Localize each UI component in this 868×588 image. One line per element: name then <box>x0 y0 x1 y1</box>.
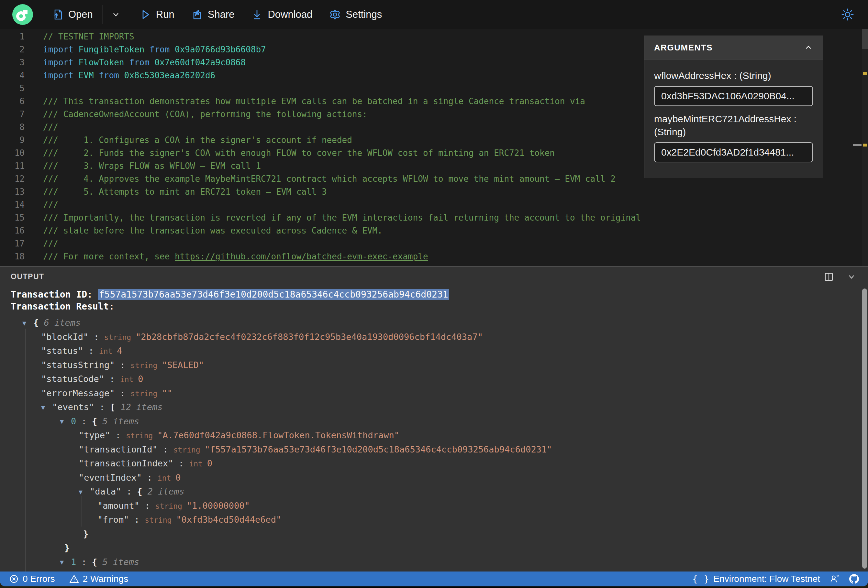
app-window: Open Run <box>0 0 868 587</box>
tree-segment-key: "transactionIndex" <box>79 458 173 468</box>
output-scrollbar-thumb[interactable] <box>862 289 867 569</box>
download-button[interactable]: Download <box>251 9 312 21</box>
warnings-count: 2 Warnings <box>83 574 128 584</box>
editor-scrollbar-thumb[interactable] <box>862 29 868 49</box>
tree-segment-key: "eventIndex" <box>79 473 142 483</box>
expand-arrow-icon[interactable]: ▼ <box>60 415 71 429</box>
tree-segment-br: { <box>137 486 142 497</box>
open-button[interactable]: Open <box>52 9 93 21</box>
tree-segment-ty: string <box>126 432 157 440</box>
warnings-status[interactable]: 2 Warnings <box>69 574 128 584</box>
open-dropdown-chevron-icon[interactable] <box>111 10 121 19</box>
code-text: /// CadenceOwnedAccount (COA), performin… <box>25 108 367 121</box>
code-editor[interactable]: 1// TESTNET IMPORTS2import FungibleToken… <box>0 29 868 266</box>
tree-segment-pu: : <box>158 444 173 454</box>
expand-arrow-icon[interactable]: ▼ <box>60 556 71 570</box>
tree-segment-pu: : <box>173 458 189 468</box>
line-number: 14 <box>0 198 25 211</box>
code-text: /// 5. Attempts to mint an ERC721 token … <box>25 185 327 198</box>
code-text <box>25 82 43 95</box>
line-number: 2 <box>0 43 25 56</box>
output-panel: OUTPUT Transaction ID: f557a1573b76aa53e… <box>0 266 868 572</box>
share-button[interactable]: Share <box>191 9 235 21</box>
code-link[interactable]: https://github.com/onflow/batched-evm-ex… <box>175 252 428 261</box>
tree-segment-ty: string <box>130 389 162 398</box>
argument-field: maybeMintERC721AddressHex : (String) <box>654 112 813 162</box>
download-label: Download <box>268 9 312 21</box>
code-line: 16/// state before the transaction was e… <box>0 224 868 237</box>
flow-logo <box>12 4 33 25</box>
code-text: /// For more context, see https://github… <box>25 250 428 263</box>
environment-status[interactable]: { } Environment: Flow Testnet <box>692 574 820 584</box>
tree-line: } <box>11 527 868 541</box>
arguments-panel-body: wflowAddressHex : (String) maybeMintERC7… <box>644 59 823 162</box>
environment-label: Environment: Flow Testnet <box>714 574 820 584</box>
tree-segment-key: "blockId" <box>41 332 89 342</box>
theme-toggle-sun-icon[interactable] <box>841 8 855 21</box>
line-number: 12 <box>0 172 25 185</box>
account-icon[interactable] <box>830 574 840 584</box>
tree-segment-va: "f557a1573b76aa53e73d46f3e10d200d5c18a65… <box>205 444 552 454</box>
wflow-address-input[interactable] <box>654 86 813 106</box>
open-label: Open <box>68 9 93 21</box>
output-collapse-chevron-icon[interactable] <box>847 272 856 282</box>
warning-marker <box>863 72 867 75</box>
tree-segment-ty: int <box>189 460 207 468</box>
transaction-result-label: Transaction Result: <box>11 301 114 312</box>
line-number: 13 <box>0 185 25 198</box>
tree-segment-pu: : <box>142 473 158 483</box>
tree-line: "errorMessage" : string "" <box>11 386 868 401</box>
open-button-group: Open <box>52 5 121 24</box>
line-number: 1 <box>0 30 25 43</box>
tree-segment-pu: : <box>110 430 126 440</box>
status-bar: 0 Errors 2 Warnings { } Environment: Flo… <box>0 572 868 587</box>
share-icon <box>191 9 203 21</box>
tree-segment-key: "statusCode" <box>41 374 104 384</box>
transaction-id-line: Transaction ID: f557a1573b76aa53e73d46f3… <box>11 289 868 301</box>
tree-line: "transactionId" : string "f557a1573b76aa… <box>11 442 868 457</box>
tree-line: "amount" : string "1.00000000" <box>11 499 868 513</box>
transaction-id-label: Transaction ID: <box>11 289 98 300</box>
tree-segment-pu: : <box>139 501 155 511</box>
code-line: 18/// For more context, see https://gith… <box>0 250 868 263</box>
code-text: import FlowToken from 0x7e60df042a9c0868 <box>25 56 246 69</box>
tree-segment-pu: : <box>115 388 131 398</box>
code-text: /// <box>25 198 58 211</box>
tree-segment-ty: string <box>104 333 136 342</box>
tree-line: "type" : string "A.7e60df042a9c0868.Flow… <box>11 569 868 572</box>
tree-segment-ix: 0 <box>71 416 76 426</box>
errors-status[interactable]: 0 Errors <box>9 574 55 584</box>
tree-line: ▼0 : { 5 items <box>11 414 868 429</box>
code-line: 13/// 5. Attempts to mint an ERC721 toke… <box>0 185 868 198</box>
error-icon <box>9 574 19 584</box>
arguments-panel-header[interactable]: ARGUMENTS <box>644 36 823 59</box>
github-icon[interactable] <box>849 574 859 584</box>
code-text: /// This transaction demonstrates how mu… <box>25 95 585 108</box>
tree-segment-key: "type" <box>79 571 110 572</box>
toolbar-divider <box>103 5 103 24</box>
collapse-chevron-up-icon[interactable] <box>804 43 813 52</box>
indent-guide <box>44 413 44 572</box>
run-button[interactable]: Run <box>139 9 174 21</box>
tree-segment-br: { <box>92 557 97 567</box>
maybemint-address-input[interactable] <box>654 142 813 162</box>
tree-segment-key: "from" <box>97 514 129 525</box>
expand-arrow-icon[interactable]: ▼ <box>41 401 52 415</box>
expand-arrow-icon[interactable]: ▼ <box>22 316 33 330</box>
tree-segment-pu: : <box>89 332 104 342</box>
tree-segment-pu: : <box>76 416 92 426</box>
split-editor-icon[interactable] <box>824 272 834 282</box>
tree-segment-key: "errorMessage" <box>41 388 115 398</box>
tree-line: "from" : string "0xfd3b4cd50d44e6ed" <box>11 513 868 527</box>
tree-segment-va: "" <box>162 388 173 398</box>
overview-cursor-marker <box>853 144 862 146</box>
tree-segment-va: 0 <box>207 458 212 468</box>
expand-arrow-icon[interactable]: ▼ <box>79 485 90 500</box>
indent-guide <box>63 426 63 541</box>
run-label: Run <box>156 9 174 21</box>
tree-segment-va: "SEALED" <box>162 360 204 370</box>
settings-button[interactable]: Settings <box>329 9 382 21</box>
editor-scrollbar[interactable] <box>862 29 868 266</box>
line-number: 7 <box>0 108 25 121</box>
tree-line: "statusCode" : int 0 <box>11 372 868 386</box>
